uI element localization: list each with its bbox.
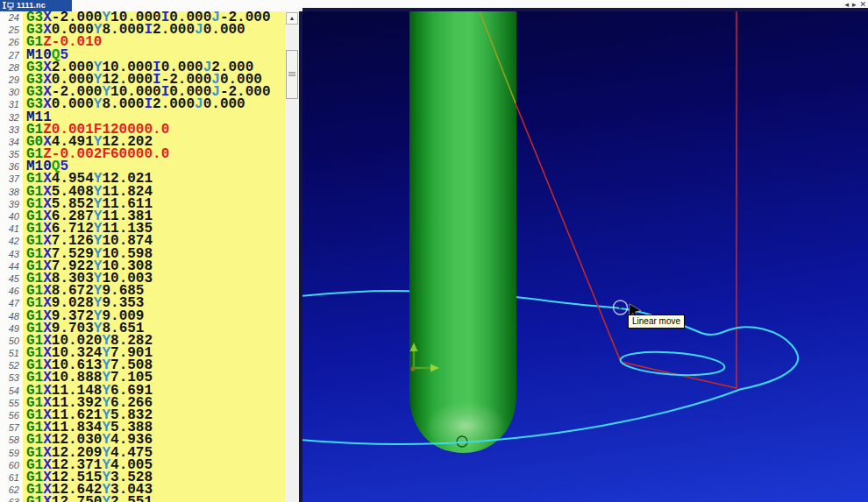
line-number: 61 [0,471,23,484]
position-marker [614,300,628,315]
tool-ball-highlight [425,401,506,450]
line-number: 62 [0,484,23,496]
code-text: G3X0.000Y8.000I2.000J0.000 [23,98,285,110]
line-number: 57 [0,421,23,434]
line-number: 44 [0,260,23,272]
line-number: 43 [0,248,23,260]
line-number: 46 [0,285,23,297]
code-line[interactable]: 63G1X12.750Y2.551 [0,496,285,502]
line-number: 58 [0,434,23,446]
backplot-3d-view[interactable]: Linear move [302,11,868,502]
rapid-move-lines [516,11,736,388]
line-number: 36 [0,160,23,173]
line-number: 27 [0,49,23,61]
line-number: 56 [0,409,23,421]
line-number: 37 [0,173,23,185]
tooltip: Linear move [628,315,685,329]
line-number: 49 [0,322,23,335]
line-number: 63 [0,496,23,502]
line-number: 59 [0,447,23,459]
line-number: 53 [0,371,23,384]
line-number: 41 [0,223,23,235]
line-number: 45 [0,272,23,285]
line-number: 26 [0,36,23,48]
line-number: 25 [0,24,23,36]
line-number: 38 [0,186,23,198]
tab-title: 1111.nc [17,1,46,11]
line-number: 55 [0,397,23,409]
line-number: 32 [0,111,23,124]
line-number: 48 [0,310,23,322]
line-number: 28 [0,61,23,74]
scrollbar-thumb[interactable] [286,50,298,99]
line-number: 35 [0,148,23,160]
line-number: 50 [0,335,23,347]
axis-indicator [410,343,440,372]
line-number: 40 [0,210,23,223]
line-number: 51 [0,347,23,359]
line-number: 24 [0,11,23,24]
backplot-graphics [302,11,868,502]
scroll-up-button[interactable]: ▲ [286,12,298,25]
tool-cylinder [409,11,516,453]
line-number: 39 [0,198,23,210]
line-number: 31 [0,98,23,110]
line-number: 47 [0,297,23,309]
nc-file-icon [3,1,14,11]
gcode-file-tab[interactable]: 1111.nc [0,0,72,11]
line-number: 33 [0,124,23,136]
toolpath-ellipse-inner [620,349,725,378]
line-number: 29 [0,74,23,86]
line-number: 30 [0,86,23,98]
line-number: 60 [0,459,23,471]
toolpath-outer-bottom-arc [302,327,798,444]
tool-tip-contact-circle [457,436,467,447]
gcode-editor[interactable]: 24G3X-2.000Y10.000I0.000J-2.00025G3X0.00… [0,11,285,502]
line-number: 42 [0,235,23,247]
line-number: 34 [0,136,23,148]
line-number: 54 [0,385,23,397]
feed-move-on-tool [480,11,516,103]
line-number: 52 [0,359,23,371]
vertical-scrollbar[interactable]: ▲ [285,11,299,502]
code-text: G1X12.750Y2.551 [23,496,285,502]
cnc-editor-window: 1111.nc ◂ ▸ ✕ 24G3X-2.000Y10.000I0.000J-… [0,0,868,502]
